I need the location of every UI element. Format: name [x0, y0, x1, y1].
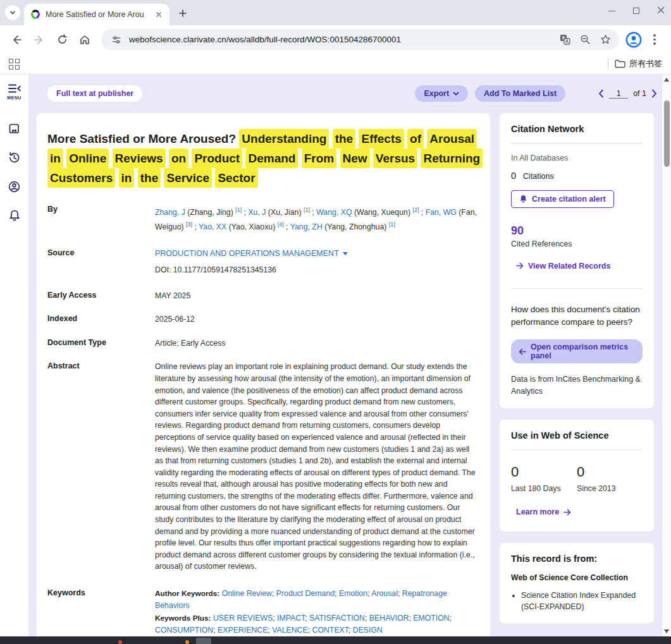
export-button[interactable]: Export	[415, 85, 468, 102]
keyword-link[interactable]: IMPACT	[277, 614, 305, 623]
keyword-link[interactable]: Online Review	[222, 589, 272, 598]
browser-tab[interactable]: More Satisfied or More Arou	[24, 4, 169, 25]
highlighted-word: the	[138, 168, 161, 188]
affiliation-ref[interactable]: [1]	[304, 207, 310, 213]
bookmark-star-icon[interactable]	[598, 32, 613, 47]
keyword-link[interactable]: Product Demand	[276, 589, 335, 598]
site-settings-icon[interactable]	[109, 32, 124, 47]
translate-icon[interactable]	[557, 32, 572, 47]
keyword-link[interactable]: Emotion	[339, 589, 367, 598]
affiliation-ref[interactable]: [3]	[186, 221, 192, 228]
minimize-button[interactable]	[608, 11, 615, 11]
apps-grid-icon[interactable]	[9, 59, 20, 70]
add-to-marked-list-button[interactable]: Add To Marked List	[475, 85, 565, 102]
taskbar-app-icon[interactable]	[118, 640, 122, 644]
citation-network-card: Citation Network In All Databases 0 Cita…	[500, 113, 654, 408]
history-nav[interactable]	[8, 151, 21, 164]
left-rail: MENU	[0, 75, 28, 636]
menu-label: MENU	[7, 95, 22, 100]
document-type-label: Document Type	[47, 337, 155, 349]
author-link[interactable]: Yang, ZH	[290, 222, 323, 231]
windows-taskbar[interactable]	[0, 636, 671, 644]
keyword-link[interactable]: BEHAVIOR	[369, 614, 409, 623]
highlighted-word: in	[119, 168, 135, 188]
zoom-out-icon[interactable]	[577, 32, 593, 47]
url-text[interactable]: webofscience.clarivate.cn/wos/alldb/full…	[129, 35, 552, 44]
highlighted-word: Arousal	[427, 129, 477, 149]
page-count: of 1	[633, 89, 646, 98]
researcher-profile-nav[interactable]	[8, 180, 21, 193]
home-button[interactable]	[75, 30, 95, 50]
page-scrollbar[interactable]	[662, 75, 671, 636]
profile-avatar[interactable]	[625, 32, 642, 48]
learn-more-link[interactable]: Learn more	[516, 507, 571, 516]
keyword-link[interactable]: DESIGN	[353, 626, 383, 635]
keyword-link[interactable]: EXPERIENCE	[218, 626, 268, 635]
record-card: More Satisfied or More Aroused? Understa…	[37, 113, 490, 636]
affiliation-ref[interactable]: [4]	[278, 221, 284, 228]
new-tab-button[interactable]	[175, 5, 191, 21]
previous-record-icon[interactable]	[598, 89, 604, 98]
arrow-right-icon	[563, 509, 571, 516]
affiliation-ref[interactable]: [1]	[235, 207, 242, 213]
author-link[interactable]: Zhang, J	[155, 208, 185, 217]
page-input[interactable]	[609, 89, 628, 99]
bookmarks-bar: 所有书签	[0, 54, 671, 75]
close-button[interactable]	[657, 5, 665, 16]
next-record-icon[interactable]	[651, 89, 657, 98]
view-related-records-link[interactable]: View Related Records	[516, 262, 610, 270]
create-citation-alert-button[interactable]: Create citation alert	[511, 190, 614, 208]
author-link[interactable]: Xu, J	[248, 208, 266, 217]
affiliation-ref[interactable]: [2]	[412, 207, 419, 213]
keyword-link[interactable]: USER REVIEWS	[213, 614, 273, 623]
alerts-nav[interactable]	[8, 209, 21, 222]
back-button[interactable]	[6, 30, 27, 50]
scroll-up-icon[interactable]	[664, 78, 669, 82]
journal-link[interactable]: PRODUCTION AND OPERATIONS MANAGEMENT	[155, 248, 348, 260]
highlighted-word: in	[47, 149, 63, 168]
marked-list-nav[interactable]	[8, 122, 21, 135]
keyword-link[interactable]: SATISFACTION	[309, 614, 365, 623]
highlighted-word: From	[302, 149, 337, 168]
learn-more-label: Learn more	[516, 507, 559, 516]
author-link[interactable]: Wang, XQ	[316, 208, 352, 217]
scroll-down-icon[interactable]	[664, 629, 669, 633]
keyword-link[interactable]: CONTEXT	[312, 626, 348, 635]
scrollbar-thumb[interactable]	[664, 100, 670, 167]
folder-icon	[615, 59, 625, 68]
add-to-marked-list-label: Add To Marked List	[484, 89, 557, 98]
browser-window: More Satisfied or More Arou	[0, 0, 671, 644]
view-related-records-label: View Related Records	[528, 262, 610, 270]
tab-close-icon[interactable]	[153, 9, 164, 20]
full-text-button[interactable]: Full text at publisher	[47, 85, 142, 102]
author-link[interactable]: Yao, XX	[199, 222, 226, 231]
keyword-link[interactable]: VALENCE	[272, 626, 308, 635]
keyword-link[interactable]: Arousal	[371, 589, 398, 598]
browser-titlebar: More Satisfied or More Arou	[0, 0, 671, 25]
taskbar-app-icon[interactable]	[185, 640, 189, 644]
chevron-down-icon	[9, 9, 16, 16]
keyword-link[interactable]: CONSUMPTION	[155, 626, 213, 635]
right-sidebar: Citation Network In All Databases 0 Cita…	[500, 113, 654, 623]
record-action-bar: Full text at publisher Export Add To Mar…	[37, 84, 665, 103]
menu-toggle[interactable]: MENU	[7, 83, 22, 100]
forward-button[interactable]	[29, 30, 49, 50]
web-of-science-page: MENU	[0, 75, 671, 636]
author-link[interactable]: Fan, WG	[426, 208, 457, 217]
citation-network-title: Citation Network	[511, 124, 643, 134]
window-controls	[608, 0, 665, 21]
affiliation-ref[interactable]: [1]	[389, 221, 395, 228]
open-comparison-panel-button[interactable]: Open comparison metrics panel	[511, 339, 643, 363]
maximize-button[interactable]	[633, 8, 639, 14]
taskbar-active-app[interactable]	[196, 638, 211, 644]
indexed-label: Indexed	[47, 313, 155, 325]
author-keywords-label: Author Keywords:	[155, 589, 219, 598]
usage-card: Use in Web of Science 0 Last 180 Days 0 …	[500, 420, 654, 532]
all-bookmarks-button[interactable]: 所有书签	[615, 58, 662, 70]
highlighted-word: the	[333, 129, 356, 149]
tab-search-button[interactable]	[5, 5, 20, 20]
reload-button[interactable]	[52, 30, 72, 50]
address-bar[interactable]: webofscience.clarivate.cn/wos/alldb/full…	[101, 29, 619, 50]
browser-menu-icon[interactable]	[644, 30, 665, 50]
keyword-link[interactable]: EMOTION	[413, 614, 449, 623]
